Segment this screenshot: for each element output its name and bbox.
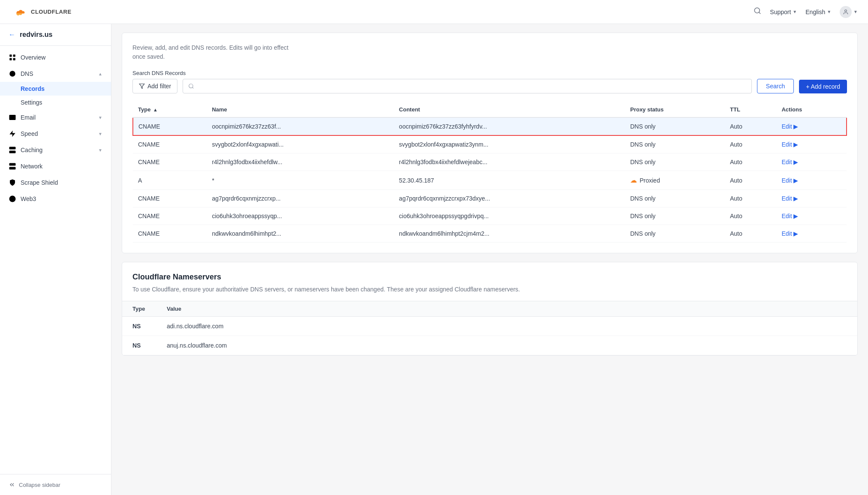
- sidebar-domain-header: ← redvirs.us: [0, 24, 111, 46]
- svg-rect-6: [13, 58, 15, 60]
- caching-arrow-icon: ▼: [98, 148, 102, 153]
- sidebar-item-dns[interactable]: DNS ▲: [0, 66, 111, 82]
- caching-icon: [9, 146, 16, 154]
- top-nav-right: Support ▼ English ▼ ▼: [754, 6, 858, 18]
- sidebar-label-caching: Caching: [21, 147, 42, 153]
- cell-name: cio6uhk3ohroeappssyqp...: [207, 207, 393, 225]
- nameservers-card: Cloudflare Nameservers To use Cloudflare…: [122, 262, 858, 356]
- top-navigation: CLOUDFLARE Support ▼ English ▼ ▼: [0, 0, 868, 24]
- cell-name: ag7pqrdr6cqxnmjzzcrxp...: [207, 190, 393, 207]
- sidebar-item-speed[interactable]: Speed ▼: [0, 126, 111, 142]
- col-name: Name: [207, 102, 393, 117]
- sidebar-label-network: Network: [21, 163, 42, 170]
- ns-type: NS: [122, 336, 156, 355]
- sidebar-navigation: Overview DNS ▲ Records Settings: [0, 46, 111, 474]
- svg-rect-5: [9, 58, 12, 60]
- cloudflare-logo-icon: [10, 6, 27, 18]
- cell-content: cio6uhk3ohroeappssyqpgdrivpq...: [394, 207, 625, 225]
- cell-ttl: Auto: [725, 171, 776, 190]
- sidebar-item-caching[interactable]: Caching ▼: [0, 142, 111, 158]
- sidebar-item-overview[interactable]: Overview: [0, 49, 111, 66]
- cell-name: r4l2hnlg3fodbx4iixhefdlw...: [207, 153, 393, 171]
- sidebar-item-scrape-shield[interactable]: Scrape Shield: [0, 174, 111, 191]
- search-dns-label: Search DNS Records: [132, 70, 847, 76]
- search-container: [183, 79, 752, 93]
- svg-point-19: [189, 84, 193, 88]
- sidebar-label-settings: Settings: [21, 99, 42, 106]
- cell-proxy-status: DNS only: [625, 135, 725, 153]
- edit-link[interactable]: Edit ▶: [781, 177, 841, 184]
- edit-link[interactable]: Edit ▶: [781, 159, 841, 165]
- list-item: NS adi.ns.cloudflare.com: [122, 317, 857, 336]
- sidebar-label-email: Email: [21, 114, 36, 121]
- cell-type: CNAME: [133, 153, 207, 171]
- cell-type: CNAME: [133, 117, 207, 135]
- search-input[interactable]: [198, 83, 746, 90]
- dns-arrow-icon: ▲: [98, 72, 102, 76]
- svg-rect-12: [9, 163, 16, 166]
- table-row: CNAME r4l2hnlg3fodbx4iixhefdlw... r4l2hn…: [133, 153, 847, 171]
- cell-proxy-status: DNS only: [625, 225, 725, 243]
- cell-proxy-status: DNS only: [625, 153, 725, 171]
- cell-actions: Edit ▶: [776, 153, 847, 171]
- sidebar-label-scrape-shield: Scrape Shield: [21, 179, 58, 186]
- cell-actions: Edit ▶: [776, 207, 847, 225]
- sidebar-item-web3[interactable]: Web3: [0, 191, 111, 207]
- cell-ttl: Auto: [725, 225, 776, 243]
- nameservers-table: Type Value NS adi.ns.cloudflare.com NS a…: [122, 301, 857, 355]
- sidebar-item-email[interactable]: Email ▼: [0, 109, 111, 126]
- cell-type: CNAME: [133, 190, 207, 207]
- cell-actions: Edit ▶: [776, 117, 847, 135]
- add-record-button[interactable]: + Add record: [799, 80, 847, 93]
- logo[interactable]: CLOUDFLARE: [10, 6, 72, 18]
- ns-value: adi.ns.cloudflare.com: [156, 317, 857, 336]
- dns-icon: [9, 70, 16, 78]
- speed-icon: [9, 130, 16, 138]
- edit-link[interactable]: Edit ▶: [781, 213, 841, 219]
- cell-name: ndkwvkoandm6lhimhpt2...: [207, 225, 393, 243]
- sort-icon[interactable]: ▲: [153, 107, 158, 112]
- svg-marker-18: [139, 84, 144, 89]
- user-menu[interactable]: ▼: [840, 6, 858, 18]
- cell-ttl: Auto: [725, 190, 776, 207]
- sidebar-item-settings[interactable]: Settings: [0, 96, 111, 109]
- svg-rect-9: [9, 151, 16, 153]
- cell-ttl: Auto: [725, 135, 776, 153]
- dns-description: Review, add, and edit DNS records. Edits…: [132, 43, 847, 61]
- global-search-icon[interactable]: [754, 7, 761, 17]
- svg-line-20: [192, 87, 194, 89]
- sidebar-item-network[interactable]: Network: [0, 158, 111, 174]
- cell-actions: Edit ▶: [776, 135, 847, 153]
- cell-actions: Edit ▶: [776, 171, 847, 190]
- search-input-wrap[interactable]: [183, 79, 752, 93]
- search-button[interactable]: Search: [757, 79, 794, 93]
- language-chevron-icon: ▼: [827, 9, 831, 14]
- edit-link[interactable]: Edit ▶: [781, 141, 841, 148]
- back-button[interactable]: ←: [9, 31, 15, 39]
- edit-link[interactable]: Edit ▶: [781, 230, 841, 237]
- support-menu[interactable]: Support ▼: [770, 9, 797, 15]
- shield-icon: [9, 179, 16, 186]
- table-row: CNAME svygbot2xlonf4xgxapwati... svygbot…: [133, 135, 847, 153]
- collapse-icon: [9, 481, 15, 488]
- sidebar-item-records[interactable]: Records: [0, 82, 111, 96]
- cell-proxy-status: DNS only: [625, 117, 725, 135]
- edit-link[interactable]: Edit ▶: [781, 123, 841, 130]
- col-type: Type ▲: [133, 102, 207, 117]
- svg-rect-4: [13, 54, 15, 57]
- nameservers-header: Cloudflare Nameservers To use Cloudflare…: [122, 262, 857, 301]
- nameservers-title: Cloudflare Nameservers: [132, 273, 847, 282]
- edit-link[interactable]: Edit ▶: [781, 195, 841, 202]
- cell-content: ndkwvkoandm6lhimhpt2cjm4m2...: [394, 225, 625, 243]
- cell-content: r4l2hnlg3fodbx4iixhefdlwejeabc...: [394, 153, 625, 171]
- table-row: A * 52.30.45.187 ☁Proxied Auto Edit ▶: [133, 171, 847, 190]
- table-row: CNAME oocnpimiz676kz37zz63f... oocnpimiz…: [133, 117, 847, 135]
- collapse-sidebar-button[interactable]: Collapse sidebar: [0, 474, 111, 495]
- cell-proxy-status: DNS only: [625, 207, 725, 225]
- cell-content: ag7pqrdr6cqxnmjzzcrxpx73dxye...: [394, 190, 625, 207]
- list-item: NS anuj.ns.cloudflare.com: [122, 336, 857, 355]
- table-row: CNAME cio6uhk3ohroeappssyqp... cio6uhk3o…: [133, 207, 847, 225]
- language-menu[interactable]: English ▼: [805, 9, 831, 15]
- ns-col-type: Type: [122, 301, 156, 317]
- add-filter-button[interactable]: Add filter: [132, 79, 177, 93]
